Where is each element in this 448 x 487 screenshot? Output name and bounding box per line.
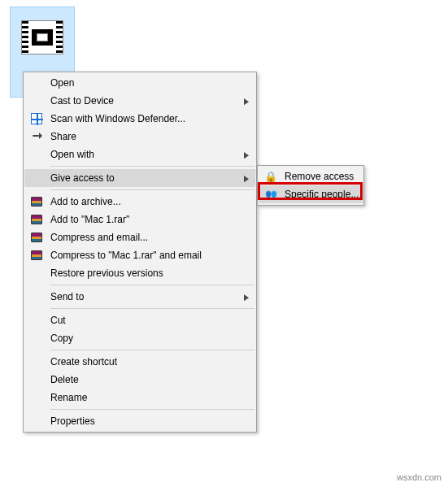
share-icon bbox=[30, 130, 43, 143]
menu-item-label: Properties bbox=[50, 415, 95, 427]
menu-item-cast-to-device[interactable]: Cast to Device bbox=[24, 92, 255, 110]
menu-item-label: Remove access bbox=[285, 171, 354, 182]
menu-item-label: Restore previous versions bbox=[50, 267, 163, 279]
menu-item-label: Open with bbox=[50, 149, 94, 160]
menu-item-label: Copy bbox=[50, 333, 73, 344]
menu-item-open-with[interactable]: Open with bbox=[24, 146, 255, 163]
menu-item-cut[interactable]: Cut bbox=[24, 311, 255, 329]
winrar-icon bbox=[30, 213, 43, 226]
menu-separator bbox=[50, 189, 254, 190]
menu-separator bbox=[50, 285, 254, 285]
menu-item-label: Scan with Windows Defender... bbox=[50, 113, 185, 124]
menu-item-copy[interactable]: Copy bbox=[24, 329, 255, 347]
menu-item-label: Add to archive... bbox=[50, 196, 121, 207]
menu-item-give-access-to[interactable]: Give access to bbox=[24, 169, 255, 187]
lock-icon: 🔒 bbox=[264, 170, 277, 183]
menu-separator bbox=[50, 409, 254, 410]
menu-item-send-to[interactable]: Send to bbox=[24, 288, 255, 306]
winrar-icon bbox=[30, 249, 43, 262]
menu-item-compress-mac1-email[interactable]: Compress to "Mac 1.rar" and email bbox=[24, 246, 255, 264]
winrar-icon bbox=[30, 231, 43, 244]
menu-item-label: Send to bbox=[50, 291, 84, 302]
menu-item-label: Compress and email... bbox=[50, 232, 148, 243]
menu-item-create-shortcut[interactable]: Create shortcut bbox=[24, 353, 255, 371]
menu-separator bbox=[50, 350, 254, 350]
menu-item-delete[interactable]: Delete bbox=[24, 371, 255, 389]
menu-item-label: Share bbox=[50, 131, 76, 142]
menu-item-scan-defender[interactable]: Scan with Windows Defender... bbox=[24, 110, 255, 128]
winrar-icon bbox=[30, 195, 43, 208]
menu-item-label: Add to "Mac 1.rar" bbox=[50, 214, 129, 225]
submenu-item-remove-access[interactable]: 🔒 Remove access bbox=[259, 167, 363, 185]
submenu-give-access-to: 🔒 Remove access 👥 Specific people... bbox=[257, 165, 364, 206]
people-icon: 👥 bbox=[264, 188, 277, 201]
menu-item-add-to-mac1[interactable]: Add to "Mac 1.rar" bbox=[24, 211, 255, 228]
menu-item-label: Compress to "Mac 1.rar" and email bbox=[50, 250, 202, 261]
menu-item-rename[interactable]: Rename bbox=[24, 389, 255, 407]
shield-icon bbox=[30, 112, 43, 125]
menu-item-share[interactable]: Share bbox=[24, 128, 255, 146]
context-menu: Open Cast to Device Scan with Windows De… bbox=[23, 72, 257, 433]
source-watermark: wsxdn.com bbox=[397, 472, 441, 482]
menu-item-label: Cast to Device bbox=[50, 95, 114, 107]
video-thumbnail-icon bbox=[21, 20, 63, 54]
menu-item-label: Create shortcut bbox=[50, 356, 117, 367]
menu-item-label: Rename bbox=[50, 392, 87, 403]
menu-item-properties[interactable]: Properties bbox=[24, 412, 255, 430]
menu-item-label: Open bbox=[50, 77, 74, 89]
menu-item-label: Cut bbox=[50, 315, 66, 326]
menu-item-label: Delete bbox=[50, 374, 79, 385]
menu-separator bbox=[50, 308, 254, 309]
menu-item-add-to-archive[interactable]: Add to archive... bbox=[24, 193, 255, 211]
menu-item-label: Specific people... bbox=[285, 189, 359, 200]
menu-item-label: Give access to bbox=[50, 172, 115, 184]
submenu-item-specific-people[interactable]: 👥 Specific people... bbox=[259, 185, 363, 203]
menu-item-compress-email[interactable]: Compress and email... bbox=[24, 228, 255, 246]
menu-item-open[interactable]: Open bbox=[24, 74, 255, 92]
menu-item-restore-versions[interactable]: Restore previous versions bbox=[24, 264, 255, 282]
menu-separator bbox=[50, 166, 254, 167]
